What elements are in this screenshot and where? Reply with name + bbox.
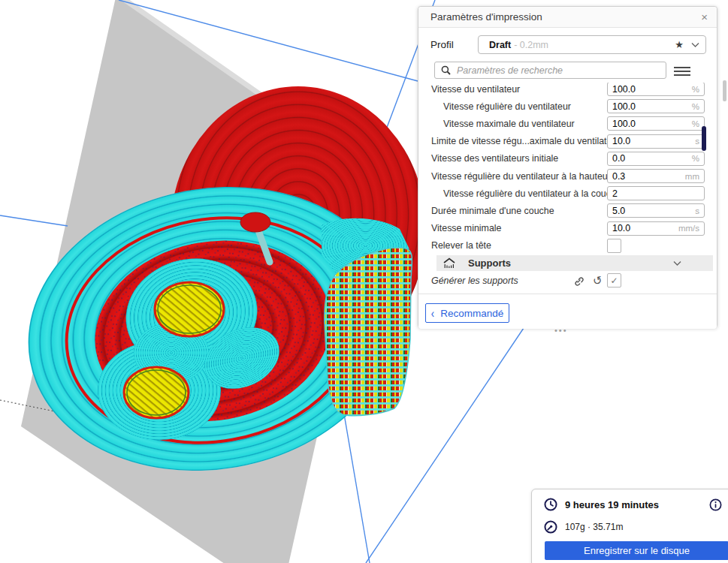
profile-name: Draft <box>489 40 511 50</box>
setting-label: Durée minimale d'une couche <box>418 206 607 216</box>
setting-input[interactable]: 10.0mm/s <box>607 221 705 236</box>
setting-unit: % <box>692 119 699 128</box>
setting-unit: s <box>695 206 699 215</box>
spool-icon <box>544 520 557 534</box>
revert-icon[interactable]: ↺ <box>592 274 603 287</box>
panel-resize-handle[interactable]: ••• <box>554 326 568 335</box>
setting-value: 100.0 <box>612 119 636 129</box>
setting-unit: % <box>692 154 699 163</box>
setting-row: Vitesse minimale10.0mm/s <box>418 220 717 237</box>
center-stub <box>240 212 270 232</box>
setting-unit: % <box>692 85 699 94</box>
material-usage-row: 107g · 35.71m <box>544 520 623 534</box>
recommended-mode-button[interactable]: ‹ Recommandé <box>425 303 509 323</box>
setting-label: Limite de vitesse régu...aximale du vent… <box>418 136 607 146</box>
star-icon[interactable]: ★ <box>675 39 684 50</box>
setting-label: Vitesse régulière du ventilateur <box>418 101 607 112</box>
setting-value: 100.0 <box>612 84 636 95</box>
setting-label: Relever la tête <box>418 240 607 251</box>
clock-icon <box>544 498 557 511</box>
setting-value: 10.0 <box>612 223 630 233</box>
setting-value: 0.3 <box>612 171 625 182</box>
setting-unit: mm <box>685 172 699 181</box>
panel-header: Paramètres d'impression × <box>418 7 717 28</box>
setting-input[interactable]: 0.0% <box>607 152 705 166</box>
setting-row: Vitesse des ventilateurs initiale0.0% <box>418 150 717 167</box>
search-icon <box>441 65 451 75</box>
section-strip[interactable]: Supports <box>436 255 713 271</box>
setting-value: 10.0 <box>612 136 630 146</box>
infill-area-1 <box>155 282 224 336</box>
setting-label: Vitesse des ventilateurs initiale <box>418 153 607 164</box>
setting-row: Limite de vitesse régu...aximale du vent… <box>418 133 717 150</box>
setting-input[interactable]: 100.0% <box>607 83 705 96</box>
setting-value: 100.0 <box>612 101 636 112</box>
recommended-label: Recommandé <box>440 308 503 319</box>
settings-list: Vitesse du ventilateur100.0%Vitesse régu… <box>418 83 717 294</box>
section-label: Supports <box>468 257 511 269</box>
setting-label: Vitesse maximale du ventilateur <box>418 119 607 129</box>
settings-scrollbar-thumb[interactable] <box>702 126 706 151</box>
save-to-disk-button[interactable]: Enregistrer sur le disque <box>545 541 728 560</box>
setting-input[interactable]: 100.0% <box>607 116 705 131</box>
setting-input[interactable]: 5.0s <box>607 203 705 218</box>
search-input[interactable] <box>455 62 666 78</box>
search-row <box>418 62 717 80</box>
profile-label: Profil <box>430 35 454 54</box>
print-settings-panel: Paramètres d'impression × Profil Draft -… <box>418 6 717 328</box>
back-chevron-icon: ‹ <box>431 306 434 321</box>
link-icon[interactable] <box>573 275 585 287</box>
setting-row: Vitesse du ventilateur100.0% <box>418 83 717 98</box>
setting-label: Générer les supports <box>418 275 569 286</box>
panel-footer: ‹ Recommandé <box>418 294 717 329</box>
profile-row: Profil Draft - 0.2mm ★ <box>418 35 717 54</box>
setting-row: Vitesse régulière du ventilateur à la ha… <box>418 167 717 185</box>
supports-icon <box>443 257 456 269</box>
print-info-card: 9 heures 19 minutes 107g · 35.71m Enregi… <box>531 489 728 563</box>
material-usage: 107g · 35.71m <box>565 522 623 532</box>
info-icon[interactable] <box>709 498 722 511</box>
support-lattice-tower <box>325 248 412 416</box>
setting-label: Vitesse du ventilateur <box>418 84 607 95</box>
setting-checkbox[interactable]: ✓ <box>607 273 621 288</box>
setting-value: 2 <box>612 188 618 199</box>
menu-icon[interactable] <box>674 65 690 77</box>
setting-label: Vitesse régulière du ventilateur à la ha… <box>418 171 607 182</box>
setting-input[interactable]: 100.0% <box>607 99 705 113</box>
print-duration: 9 heures 19 minutes <box>565 499 659 510</box>
chevron-down-icon <box>691 42 699 48</box>
setting-input[interactable]: 0.3mm <box>607 169 705 183</box>
close-icon[interactable]: × <box>701 11 708 23</box>
profile-dropdown[interactable]: Draft - 0.2mm ★ <box>478 35 706 54</box>
setting-unit: mm/s <box>678 224 699 233</box>
section-header-supports: Supports <box>418 254 717 272</box>
setting-checkbox[interactable] <box>607 239 621 253</box>
infill-area-2 <box>124 367 189 418</box>
setting-row: Vitesse régulière du ventilateur100.0% <box>418 98 717 115</box>
profile-suffix: - 0.2mm <box>514 40 548 50</box>
setting-value: 0.0 <box>612 153 625 164</box>
setting-unit: s <box>695 137 699 146</box>
window-scrollbar-thumb[interactable] <box>723 80 726 101</box>
chevron-down-icon <box>673 260 681 266</box>
print-time-row: 9 heures 19 minutes <box>544 498 659 511</box>
setting-row: Vitesse maximale du ventilateur100.0% <box>418 115 717 132</box>
setting-label: Vitesse minimale <box>418 223 607 233</box>
search-box[interactable] <box>434 62 666 79</box>
setting-unit: % <box>692 102 699 111</box>
setting-row: Durée minimale d'une couche5.0s <box>418 202 717 219</box>
setting-row: Relever la tête <box>418 237 717 254</box>
setting-value: 5.0 <box>612 206 625 216</box>
setting-input[interactable]: 2 <box>607 186 705 200</box>
setting-row: Vitesse régulière du ventilateur à la co… <box>418 185 717 202</box>
panel-title: Paramètres d'impression <box>418 11 542 23</box>
setting-label: Vitesse régulière du ventilateur à la co… <box>418 188 607 199</box>
setting-row: Générer les supports↺✓ <box>418 272 717 289</box>
setting-input[interactable]: 10.0s <box>607 134 705 149</box>
